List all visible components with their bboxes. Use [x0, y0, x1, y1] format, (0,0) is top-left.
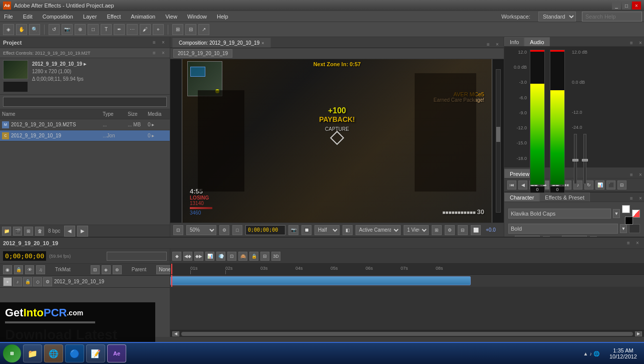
menu-edit[interactable]: Edit	[21, 13, 35, 21]
tl-shy-btn[interactable]: 🙈	[238, 252, 247, 261]
tool-text[interactable]: T	[101, 24, 112, 35]
pixel-aspect-btn[interactable]: ⬜	[471, 225, 481, 235]
tl-extra1[interactable]: ⊟	[91, 265, 100, 274]
tl-extra3[interactable]: ⊕	[113, 265, 122, 274]
tl-extra2[interactable]: ◈	[102, 265, 111, 274]
font-style-input[interactable]	[508, 224, 618, 234]
tool-pan[interactable]: ⊕	[75, 24, 86, 35]
leading-menu[interactable]: ▼	[590, 236, 597, 237]
menu-window[interactable]: Window	[185, 13, 209, 21]
tl-prev-keyframe[interactable]: ◀◆	[183, 252, 192, 261]
composition-from-footage-btn[interactable]: 🎬	[13, 227, 22, 236]
tool-pen[interactable]: ✒	[114, 24, 125, 35]
layer-quality-btn[interactable]: ◇	[33, 277, 42, 286]
tl-lock-btn[interactable]: 🔒	[14, 265, 23, 274]
menu-animation[interactable]: Animation	[129, 13, 157, 21]
tl-scroll-left[interactable]: ◀	[172, 331, 179, 336]
tool-extra3[interactable]: ↗	[198, 24, 209, 35]
tab-character[interactable]: Character	[504, 193, 539, 202]
menu-help[interactable]: Help	[215, 13, 230, 21]
quality-select[interactable]: Half	[314, 225, 340, 235]
comp-tab-main[interactable]: Composition: 2012_9_19_20_10_19 ×	[172, 38, 271, 48]
fill-color-swatch[interactable]	[622, 205, 630, 213]
render-btn[interactable]: 📊	[595, 180, 604, 190]
preview-panel-menu[interactable]: ≡	[628, 171, 635, 178]
first-frame-btn[interactable]: ⏮	[507, 180, 516, 190]
search-help-input[interactable]	[582, 12, 642, 22]
taskbar-browser[interactable]: 🌐	[44, 344, 63, 362]
layer-audio-btn[interactable]: ♪	[13, 277, 22, 286]
tool-hand[interactable]: ✋	[16, 24, 27, 35]
new-composition-btn[interactable]: ⊞	[24, 227, 33, 236]
cache-btn[interactable]: ⬛	[606, 180, 615, 190]
region-btn[interactable]: □	[232, 225, 242, 235]
tool-extra1[interactable]: ⊞	[172, 24, 183, 35]
close-button[interactable]: ×	[632, 2, 641, 10]
comp-panel-close[interactable]: ×	[494, 41, 501, 48]
font-size-input[interactable]	[515, 236, 540, 237]
layer-lock-btn[interactable]: 🔒	[23, 277, 32, 286]
project-search-input[interactable]	[3, 97, 167, 107]
char-panel-menu[interactable]: ≡	[628, 195, 635, 202]
view-layout-btn[interactable]: ⊞	[432, 225, 442, 235]
next-frame-btn[interactable]: ▶	[77, 226, 88, 237]
new-folder-btn[interactable]: 📁	[2, 227, 11, 236]
tool-extra2[interactable]: ⊟	[185, 24, 196, 35]
transparency-swatch[interactable]	[632, 210, 640, 218]
project-panel-close[interactable]: ×	[160, 39, 167, 46]
effect-controls-close[interactable]: ×	[160, 50, 167, 57]
tool-paint[interactable]: 🖌	[140, 24, 151, 35]
taskbar-explorer[interactable]: 📁	[23, 344, 42, 362]
stroke-color-swatch[interactable]	[625, 217, 633, 225]
tl-3d-btn[interactable]: 3D	[271, 252, 280, 261]
info-panel-close[interactable]: ×	[637, 39, 644, 46]
view-options-btn[interactable]: ⚙	[445, 225, 455, 235]
tl-next-keyframe[interactable]: ◆▶	[194, 252, 203, 261]
snapshot-btn[interactable]: 📷	[288, 225, 298, 235]
tl-graph-editor[interactable]: 📊	[205, 252, 214, 261]
project-panel-menu[interactable]: ≡	[151, 39, 158, 46]
color-extra[interactable]	[629, 224, 640, 233]
char-panel-close[interactable]: ×	[637, 195, 644, 202]
list-item[interactable]: C 2012_9_19_20_10_19 ...Jon 0 ▸	[0, 130, 170, 141]
tab-effects-preset[interactable]: Effects & Preset	[539, 193, 590, 202]
start-button[interactable]: ⊞	[3, 344, 21, 362]
menu-effect[interactable]: Effect	[105, 13, 123, 21]
fader-thumb-right[interactable]	[582, 159, 588, 161]
fader-track-right[interactable]	[583, 134, 586, 184]
font-name-input[interactable]	[508, 209, 611, 219]
fader-track-left[interactable]	[574, 134, 577, 184]
tl-solo-btn[interactable]: ◉	[3, 265, 12, 274]
effect-controls-menu[interactable]: ≡	[151, 50, 158, 57]
font-browse-btn[interactable]: ▼	[613, 209, 620, 218]
comp-settings-btn[interactable]: ⚙	[219, 225, 229, 235]
timeline-close[interactable]: ×	[634, 240, 641, 247]
tool-clone[interactable]: ⋯	[127, 24, 138, 35]
comp-tab-close[interactable]: ×	[261, 41, 264, 46]
tl-scroll-right[interactable]: ▶	[635, 331, 642, 336]
minimize-button[interactable]: _	[612, 2, 621, 10]
info-panel-menu[interactable]: ≡	[628, 39, 635, 46]
transparency-btn[interactable]: ⊟	[458, 225, 468, 235]
taskbar-skype[interactable]: 🔵	[65, 344, 84, 362]
fast-preview-btn[interactable]: ◧	[343, 225, 353, 235]
prev-frame-btn[interactable]: ◀	[64, 226, 75, 237]
tl-motion-blur[interactable]: 💨	[216, 252, 225, 261]
tool-mask[interactable]: □	[88, 24, 99, 35]
menu-composition[interactable]: Composition	[41, 13, 75, 21]
camera-select[interactable]: Active Camera	[356, 225, 401, 235]
tl-lock-all[interactable]: 🔒	[249, 252, 258, 261]
comp-vscroll[interactable]	[496, 69, 501, 213]
timeline-playhead-bar[interactable]	[171, 275, 172, 287]
tool-zoom[interactable]: 🔍	[29, 24, 40, 35]
show-snapshot-btn[interactable]: 🔲	[301, 225, 311, 235]
tool-select[interactable]: ◈	[3, 24, 14, 35]
maximize-button[interactable]: □	[622, 2, 631, 10]
tool-rotate[interactable]: ↺	[49, 24, 60, 35]
tl-audio-btn[interactable]: ♫	[36, 265, 45, 274]
menu-layer[interactable]: Layer	[81, 13, 99, 21]
timeline-playhead[interactable]	[171, 264, 172, 274]
composition-viewer[interactable]: Next Zone In: 0:57 AVER MCe5 Earned Care…	[170, 59, 504, 223]
tl-insert-keyframe[interactable]: ◆	[172, 252, 181, 261]
menu-view[interactable]: View	[163, 13, 179, 21]
